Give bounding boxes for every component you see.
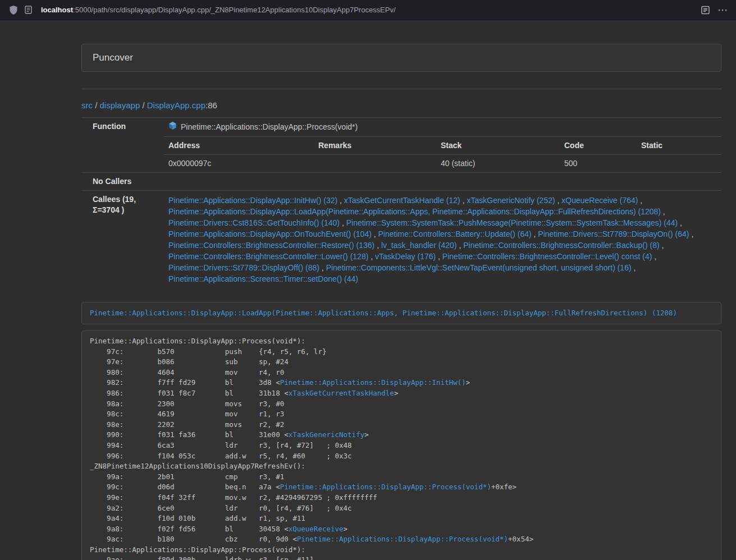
breadcrumb: src / displayapp / DisplayApp.cpp:86: [81, 100, 721, 110]
col-header-stack: Stack: [436, 137, 560, 154]
function-row-label: Function: [81, 118, 164, 172]
reader-view-icon[interactable]: [701, 6, 710, 15]
page-content: Puncover src / displayapp / DisplayApp.c…: [81, 44, 721, 560]
breadcrumb-link[interactable]: displayapp: [100, 100, 140, 110]
code-symbol-link[interactable]: xQueueReceive: [289, 525, 344, 533]
code-symbol-link[interactable]: xTaskGenericNotify: [289, 430, 364, 439]
breadcrumb-line-number: :86: [205, 100, 217, 110]
divider: [81, 89, 721, 89]
highlighted-symbol-link[interactable]: Pinetime::Applications::DisplayApp::Load…: [90, 309, 677, 317]
callee-link[interactable]: vTaskDelay (176): [375, 252, 436, 261]
app-title-panel: Puncover: [81, 44, 721, 72]
col-header-code: Code: [560, 137, 637, 154]
callees-label: Callees (19, Σ=3704 ): [81, 191, 164, 288]
callee-link[interactable]: Pinetime::Applications::DisplayApp::Init…: [168, 196, 337, 205]
callee-link[interactable]: Pinetime::Applications::DisplayApp::OnTo…: [168, 229, 372, 238]
code-symbol-link[interactable]: xTaskGetCurrentTaskHandle: [289, 389, 394, 397]
callee-link[interactable]: Pinetime::Controllers::BrightnessControl…: [168, 252, 368, 261]
highlighted-symbol-box: Pinetime::Applications::DisplayApp::Load…: [81, 302, 721, 324]
page-actions-menu-icon[interactable]: ⋯: [716, 5, 729, 15]
function-type-icon: [168, 121, 177, 133]
tracking-shield-icon[interactable]: [9, 5, 18, 15]
callee-link[interactable]: Pinetime::System::SystemTask::PushMessag…: [346, 218, 678, 227]
function-table-values: 0x0000097c 40 (static) 500: [164, 154, 721, 172]
function-row: Function Pinetime::Applications::Display…: [81, 117, 721, 172]
code-symbol-link[interactable]: Pinetime::Applications::DisplayApp::Init…: [280, 378, 466, 387]
callee-link[interactable]: xTaskGetCurrentTaskHandle (12): [344, 196, 460, 205]
function-table-header: Address Remarks Stack Code Static: [164, 136, 721, 154]
breadcrumb-link[interactable]: DisplayApp.cpp: [147, 100, 205, 110]
callee-link[interactable]: Pinetime::Applications::Screens::Timer::…: [168, 274, 358, 283]
no-callers-value: [164, 173, 721, 190]
app-title: Puncover: [93, 52, 133, 63]
browser-toolbar: localhost:5000/path/src/displayapp/Displ…: [0, 0, 736, 20]
callee-link[interactable]: Pinetime::Controllers::BrightnessControl…: [442, 252, 652, 261]
callee-link[interactable]: xTaskGenericNotify (252): [467, 196, 555, 205]
no-callers-row: No Callers: [81, 172, 721, 190]
url-path: :5000/path/src/displayapp/DisplayApp.cpp…: [73, 6, 396, 14]
callees-list: Pinetime::Applications::DisplayApp::Init…: [164, 191, 721, 288]
callees-row: Callees (19, Σ=3704 ) Pinetime::Applicat…: [81, 190, 721, 288]
function-name: Pinetime::Applications::DisplayApp::Proc…: [181, 122, 358, 132]
breadcrumb-separator: /: [140, 100, 147, 110]
value-remarks: [314, 155, 436, 172]
callee-link[interactable]: Pinetime::Drivers::St7789::DisplayOn() (…: [538, 229, 689, 238]
disassembly: Pinetime::Applications::DisplayApp::Proc…: [81, 331, 721, 560]
function-name-row: Pinetime::Applications::DisplayApp::Proc…: [164, 118, 721, 136]
col-header-address: Address: [164, 137, 314, 154]
col-header-remarks: Remarks: [314, 137, 436, 154]
value-code: 500: [560, 155, 637, 172]
callee-link[interactable]: Pinetime::Applications::DisplayApp::Load…: [168, 207, 661, 216]
value-address: 0x0000097c: [164, 155, 314, 172]
callee-link[interactable]: xQueueReceive (764): [561, 196, 638, 205]
callee-link[interactable]: Pinetime::Drivers::Cst816S::GetTouchInfo…: [168, 218, 340, 227]
code-symbol-link[interactable]: Pinetime::Applications::DisplayApp::Proc…: [297, 535, 508, 543]
function-details: Pinetime::Applications::DisplayApp::Proc…: [164, 118, 721, 172]
callee-link[interactable]: Pinetime::Controllers::BrightnessControl…: [168, 241, 374, 250]
callee-link[interactable]: Pinetime::Controllers::Battery::Update()…: [378, 229, 532, 238]
value-static: [637, 155, 721, 172]
symbol-table: Function Pinetime::Applications::Display…: [81, 117, 721, 288]
callee-link[interactable]: Pinetime::Controllers::BrightnessControl…: [463, 241, 659, 250]
callee-link[interactable]: Pinetime::Components::LittleVgl::SetNewT…: [326, 263, 632, 272]
callee-link[interactable]: Pinetime::Drivers::St7789::DisplayOff() …: [168, 263, 319, 272]
code-symbol-link[interactable]: Pinetime::Applications::DisplayApp::Proc…: [280, 483, 491, 491]
breadcrumb-link[interactable]: src: [81, 100, 93, 110]
col-header-static: Static: [637, 137, 721, 154]
url-host: localhost: [41, 6, 73, 14]
no-callers-label: No Callers: [81, 173, 164, 190]
site-info-icon[interactable]: [25, 6, 32, 14]
value-stack: 40 (static): [436, 155, 560, 172]
url-bar[interactable]: localhost:5000/path/src/displayapp/Displ…: [41, 6, 694, 14]
callee-link[interactable]: lv_task_handler (420): [381, 241, 457, 250]
breadcrumb-separator: /: [93, 100, 100, 110]
